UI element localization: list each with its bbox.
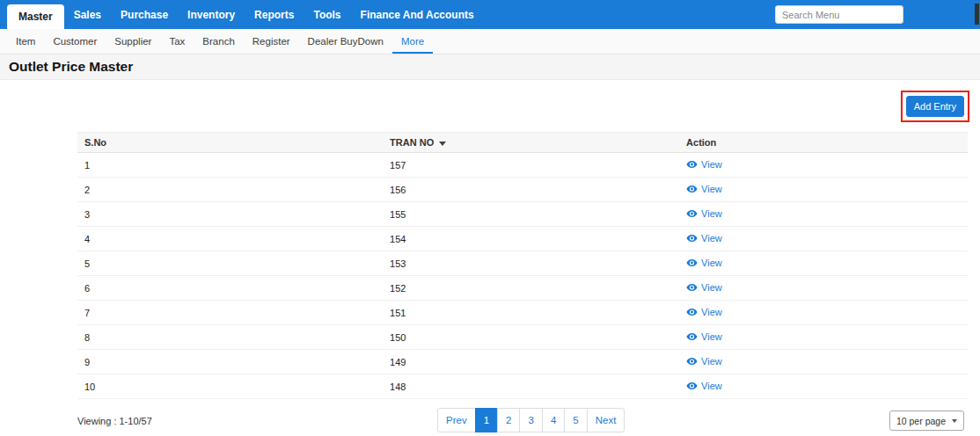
sort-desc-icon[interactable]	[439, 142, 446, 146]
view-label: View	[701, 356, 722, 367]
eye-icon	[686, 160, 698, 169]
table-row: 8 150 View	[77, 325, 968, 350]
pagination-prev[interactable]: Prev	[437, 408, 476, 432]
cell-action: View	[679, 153, 968, 178]
table-header-row: S.No TRAN NO Action	[77, 133, 968, 153]
subnav-item-dealer-buydown[interactable]: Dealer BuyDown	[299, 29, 392, 54]
view-label: View	[701, 258, 722, 268]
table-row: 2 156 View	[77, 178, 968, 202]
pagination-page-3[interactable]: 3	[519, 408, 542, 432]
topnav-item-master[interactable]: Master	[7, 4, 64, 29]
header-tran-no-label: TRAN NO	[390, 137, 434, 148]
table-row: 7 151 View	[77, 301, 968, 325]
page-title: Outlet Price Master	[9, 59, 133, 75]
subnav-item-customer[interactable]: Customer	[44, 29, 106, 54]
eye-icon	[686, 234, 698, 243]
view-label: View	[701, 381, 722, 391]
chevron-down-icon	[952, 419, 957, 423]
eye-icon	[686, 258, 698, 267]
topnav-item-purchase[interactable]: Purchase	[111, 0, 178, 29]
table-footer: Viewing : 1-10/57 Prev 1 2 3 4 5 Next 10…	[0, 408, 980, 436]
table-row: 9 149 View	[77, 350, 968, 374]
table-row: 6 152 View	[77, 276, 968, 301]
cell-sno: 5	[77, 251, 383, 276]
pagination-page-2[interactable]: 2	[497, 408, 520, 432]
view-link[interactable]: View	[686, 356, 722, 367]
view-link[interactable]: View	[686, 381, 722, 391]
cell-action: View	[679, 374, 968, 399]
viewing-status: Viewing : 1-10/57	[77, 416, 152, 426]
cell-tran-no: 157	[383, 153, 679, 178]
view-link[interactable]: View	[686, 307, 722, 317]
subnav-item-supplier[interactable]: Supplier	[106, 29, 160, 54]
view-link[interactable]: View	[686, 331, 722, 342]
cell-action: View	[679, 227, 968, 251]
scrollbar-thumb[interactable]	[975, 4, 979, 25]
eye-icon	[686, 357, 698, 366]
cell-sno: 3	[77, 202, 383, 227]
view-label: View	[701, 184, 722, 194]
eye-icon	[686, 382, 698, 390]
cell-action: View	[679, 251, 968, 276]
cell-action: View	[679, 276, 968, 301]
pagination-page-4[interactable]: 4	[542, 408, 565, 432]
sub-navbar: Item Customer Supplier Tax Branch Regist…	[0, 29, 980, 54]
cell-sno: 1	[77, 153, 383, 178]
cell-sno: 2	[77, 178, 383, 202]
eye-icon	[686, 332, 698, 341]
cell-action: View	[679, 325, 968, 350]
per-page-label: 10 per page	[896, 416, 946, 426]
cell-action: View	[679, 202, 968, 227]
cell-tran-no: 152	[383, 276, 679, 301]
table-row: 4 154 View	[77, 227, 968, 251]
view-link[interactable]: View	[686, 233, 722, 243]
subnav-item-item[interactable]: Item	[7, 29, 44, 54]
subnav-item-branch[interactable]: Branch	[194, 29, 243, 54]
cell-tran-no: 154	[383, 227, 679, 251]
topnav-item-reports[interactable]: Reports	[245, 0, 304, 29]
topnav-item-finance-and-accounts[interactable]: Finance And Accounts	[351, 0, 484, 29]
cell-sno: 6	[77, 276, 383, 301]
pagination-next[interactable]: Next	[587, 408, 625, 432]
pagination-page-5[interactable]: 5	[564, 408, 587, 432]
view-link[interactable]: View	[686, 208, 722, 219]
topnav-item-sales[interactable]: Sales	[64, 0, 111, 29]
view-label: View	[701, 159, 722, 170]
per-page-select[interactable]: 10 per page	[889, 411, 964, 431]
cell-tran-no: 156	[383, 178, 679, 202]
cell-sno: 8	[77, 325, 383, 350]
subnav-item-more[interactable]: More	[392, 29, 433, 54]
header-sno: S.No	[77, 133, 383, 153]
header-action: Action	[679, 133, 968, 153]
cell-action: View	[679, 178, 968, 202]
subnav-item-tax[interactable]: Tax	[160, 29, 194, 54]
cell-action: View	[679, 301, 968, 325]
pagination-page-1[interactable]: 1	[475, 408, 498, 432]
subnav-item-register[interactable]: Register	[244, 29, 299, 54]
top-navbar: Master Sales Purchase Inventory Reports …	[0, 0, 980, 29]
cell-tran-no: 153	[383, 251, 679, 276]
search-input[interactable]	[775, 5, 903, 24]
table-row: 5 153 View	[77, 251, 968, 276]
header-tran-no[interactable]: TRAN NO	[383, 133, 679, 153]
cell-sno: 4	[77, 227, 383, 251]
view-label: View	[701, 208, 722, 219]
topnav-item-tools[interactable]: Tools	[304, 0, 350, 29]
add-entry-button[interactable]: Add Entry	[906, 96, 964, 117]
view-link[interactable]: View	[686, 159, 722, 170]
cell-sno: 9	[77, 350, 383, 374]
cell-action: View	[679, 350, 968, 374]
cell-tran-no: 148	[383, 374, 679, 399]
eye-icon	[686, 185, 698, 193]
table-row: 1 157 View	[77, 153, 968, 178]
view-label: View	[701, 331, 722, 342]
view-label: View	[701, 307, 722, 317]
view-link[interactable]: View	[686, 258, 722, 268]
view-label: View	[701, 282, 722, 293]
topnav-item-inventory[interactable]: Inventory	[178, 0, 245, 29]
annotation-highlight: Add Entry	[901, 91, 969, 122]
view-link[interactable]: View	[686, 184, 722, 194]
view-link[interactable]: View	[686, 282, 722, 293]
search-wrap	[775, 0, 903, 29]
cell-sno: 10	[77, 374, 383, 399]
